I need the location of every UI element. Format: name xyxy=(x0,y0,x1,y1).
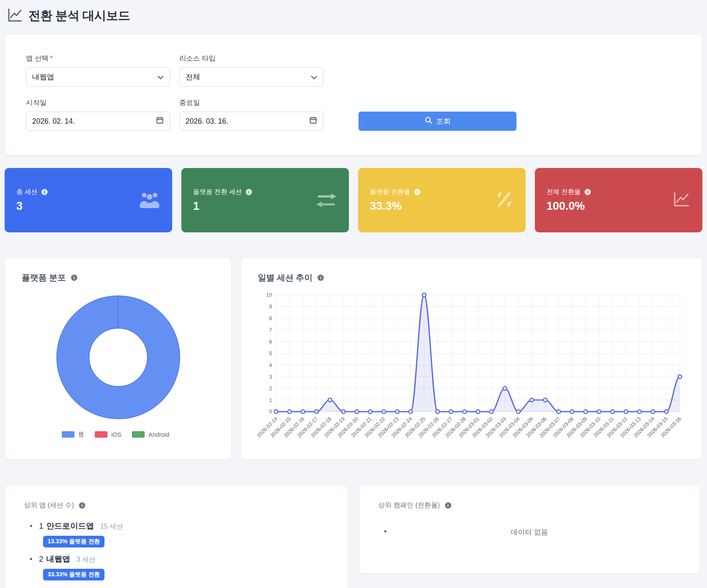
app-select-label: 앱 선택* xyxy=(26,54,170,63)
platform-distribution-title: 플랫폼 분포 xyxy=(22,272,66,283)
info-icon[interactable]: i xyxy=(414,189,420,195)
info-icon[interactable]: i xyxy=(79,502,85,509)
legend-swatch-android xyxy=(132,431,145,438)
end-date-input[interactable]: 2026. 03. 16. xyxy=(179,112,323,131)
info-icon[interactable]: i xyxy=(246,189,252,195)
app-rank: 2 xyxy=(39,555,43,564)
empty-state-text: 데이터 없음 xyxy=(378,527,681,537)
bullet-icon: • xyxy=(30,555,32,564)
stat-card-platform-conversion-sessions: 플랫폼 전환 세션 i 1 xyxy=(181,168,349,232)
svg-text:5: 5 xyxy=(269,351,272,356)
svg-text:3: 3 xyxy=(269,374,272,380)
end-date-field: 종료일 2026. 03. 16. xyxy=(179,98,323,131)
stat-card-total-conversion-rate: 전체 전환율 i 100.0% xyxy=(535,168,702,232)
resource-type-value: 전체 xyxy=(186,72,200,82)
start-date-label: 시작일 xyxy=(26,98,170,107)
daily-sessions-card: 일별 세션 추이 i 0123456789102026-02-142026-02… xyxy=(241,257,702,460)
stat-card-label: 전체 전환율 xyxy=(547,188,581,196)
end-date-label: 종료일 xyxy=(179,98,323,107)
top-campaigns-panel: 상위 캠페인 (전환율) i • 데이터 없음 xyxy=(359,485,700,574)
users-icon xyxy=(139,191,160,210)
app-select-value: 내웹앱 xyxy=(32,72,54,82)
list-item: • 1 안드로이드앱 15 세션 13.33% 플랫폼 전환 xyxy=(30,521,328,554)
svg-text:9: 9 xyxy=(269,304,272,310)
svg-text:8: 8 xyxy=(269,316,272,321)
stat-card-label: 총 세션 xyxy=(16,188,38,196)
info-icon[interactable]: i xyxy=(318,275,324,281)
info-icon[interactable]: i xyxy=(71,275,77,281)
app-select[interactable]: 내웹앱 xyxy=(26,67,170,87)
platform-distribution-card: 플랫폼 분포 i 웹 iOS xyxy=(5,257,231,460)
empty-state: • 데이터 없음 xyxy=(378,527,681,537)
svg-text:10: 10 xyxy=(266,292,272,298)
charts-row: 플랫폼 분포 i 웹 iOS xyxy=(5,257,702,460)
top-apps-title: 상위 앱 (세션 수) xyxy=(24,501,74,510)
bottom-row: 상위 앱 (세션 수) i • 1 안드로이드앱 15 세션 13.33% 플랫… xyxy=(5,485,702,588)
legend-item-android[interactable]: Android xyxy=(132,431,169,438)
svg-text:1: 1 xyxy=(269,397,272,403)
legend-swatch-ios xyxy=(95,431,107,438)
stat-card-value: 3 xyxy=(16,200,48,213)
daily-sessions-title: 일별 세션 추이 xyxy=(258,272,313,283)
line-chart-icon xyxy=(671,190,691,210)
app-rank: 1 xyxy=(39,522,43,531)
platform-donut-chart xyxy=(22,295,214,420)
stat-card-value: 33.3% xyxy=(370,200,420,213)
stat-card-value: 100.0% xyxy=(547,200,591,213)
chevron-down-icon xyxy=(158,73,164,81)
stat-card-platform-conversion-rate: 플랫폼 전환율 i 33.3% xyxy=(358,168,526,232)
page-title: 전환 분석 대시보드 xyxy=(28,8,130,24)
search-button[interactable]: 조회 xyxy=(359,112,516,131)
page-header: 전환 분석 대시보드 xyxy=(6,7,702,25)
conversion-badge: 33.33% 플랫폼 전환 xyxy=(43,569,104,580)
end-date-value: 2026. 03. 16. xyxy=(186,117,228,126)
resource-type-field: 리소스 타입 전체 xyxy=(179,54,323,87)
bullet-icon: • xyxy=(384,527,387,536)
legend-item-web[interactable]: 웹 xyxy=(62,430,84,438)
swap-arrows-icon xyxy=(315,191,337,209)
filter-panel: 앱 선택* 내웹앱 리소스 타입 전체 xyxy=(5,34,702,155)
calendar-icon[interactable] xyxy=(156,116,164,126)
legend-item-ios[interactable]: iOS xyxy=(95,431,121,438)
stat-card-label: 플랫폼 전환율 xyxy=(370,188,410,196)
svg-text:6: 6 xyxy=(269,339,272,345)
donut-legend: 웹 iOS Android xyxy=(22,430,214,438)
list-item: • 2 내웹앱 3 세션 33.33% 플랫폼 전환 xyxy=(30,554,328,587)
app-name: 안드로이드앱 xyxy=(46,521,94,532)
start-date-input[interactable]: 2026. 02. 14. xyxy=(26,112,170,131)
calendar-icon[interactable] xyxy=(309,116,317,126)
svg-text:4: 4 xyxy=(269,362,272,368)
daily-sessions-line-chart: 0123456789102026-02-142026-02-152026-02-… xyxy=(258,289,685,455)
top-apps-list: • 1 안드로이드앱 15 세션 13.33% 플랫폼 전환 • 2 내웹앱 3… xyxy=(30,521,328,587)
top-apps-panel: 상위 앱 (세션 수) i • 1 안드로이드앱 15 세션 13.33% 플랫… xyxy=(5,485,348,588)
svg-text:2: 2 xyxy=(269,386,272,392)
app-name: 내웹앱 xyxy=(46,554,70,565)
bullet-icon: • xyxy=(30,522,32,531)
stat-card-total-sessions: 총 세션 i 3 xyxy=(5,168,172,232)
app-select-field: 앱 선택* 내웹앱 xyxy=(26,54,170,87)
dashboard-page: 전환 분석 대시보드 앱 선택* 내웹앱 리소스 타입 전체 xyxy=(0,0,707,588)
search-icon xyxy=(425,116,432,126)
top-campaigns-title: 상위 캠페인 (전환율) xyxy=(378,501,440,510)
start-date-value: 2026. 02. 14. xyxy=(32,117,75,126)
stat-card-label: 플랫폼 전환 세션 xyxy=(193,188,242,196)
info-icon[interactable]: i xyxy=(445,502,451,509)
resource-type-select[interactable]: 전체 xyxy=(179,67,323,87)
graph-up-icon xyxy=(6,7,23,25)
resource-type-label: 리소스 타입 xyxy=(179,54,323,63)
svg-text:0: 0 xyxy=(269,409,272,415)
svg-text:7: 7 xyxy=(269,327,272,333)
app-sessions: 3 세션 xyxy=(76,555,95,564)
legend-swatch-web xyxy=(62,431,74,438)
search-button-label: 조회 xyxy=(436,116,451,126)
app-sessions: 15 세션 xyxy=(100,522,123,531)
stat-cards-row: 총 세션 i 3 플랫폼 전환 세션 i 1 xyxy=(5,168,702,232)
conversion-badge: 13.33% 플랫폼 전환 xyxy=(43,536,104,547)
chevron-down-icon xyxy=(311,73,317,81)
info-icon[interactable]: i xyxy=(41,189,48,195)
start-date-field: 시작일 2026. 02. 14. xyxy=(26,98,170,131)
stat-card-value: 1 xyxy=(193,200,252,213)
percent-icon xyxy=(495,191,514,210)
info-icon[interactable]: i xyxy=(585,189,591,195)
required-mark: * xyxy=(50,54,53,62)
